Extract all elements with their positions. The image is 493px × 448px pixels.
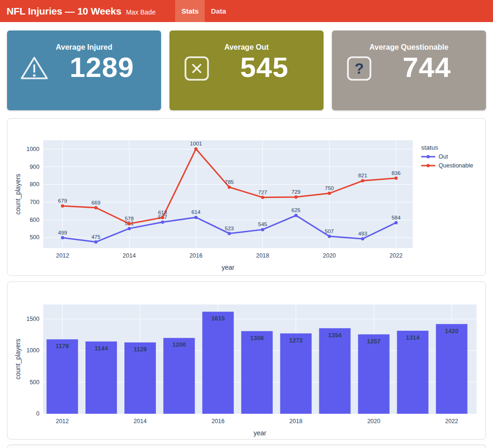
svg-text:1615: 1615 <box>211 315 225 322</box>
svg-text:year: year <box>222 264 235 271</box>
svg-text:2018: 2018 <box>256 252 269 259</box>
card-body: ? 744 <box>332 53 486 84</box>
svg-text:1200: 1200 <box>172 341 186 348</box>
card-title: Average Out <box>169 30 324 52</box>
svg-text:800: 800 <box>30 181 39 188</box>
svg-text:2022: 2022 <box>445 418 458 425</box>
svg-text:729: 729 <box>292 189 300 195</box>
svg-text:count_players: count_players <box>14 339 22 380</box>
card-value: 545 <box>212 51 324 84</box>
svg-text:669: 669 <box>92 200 100 205</box>
svg-text:0: 0 <box>36 410 39 417</box>
title-wrap: NFL Injuries — 10 Weeks Max Bade <box>7 6 155 17</box>
svg-text:Out: Out <box>439 153 448 160</box>
question-square-icon: ? <box>344 53 374 84</box>
tab-data[interactable]: Data <box>205 0 232 22</box>
svg-text:475: 475 <box>92 234 100 240</box>
bar-chart-panel: 201220142016201820202022050010001500year… <box>7 281 486 440</box>
svg-text:1178: 1178 <box>56 342 69 349</box>
stat-card-questionable: Average Questionable ? 744 <box>332 30 486 110</box>
svg-text:year: year <box>254 429 267 437</box>
warning-triangle-icon <box>19 53 49 84</box>
svg-text:1257: 1257 <box>367 338 381 345</box>
svg-text:2012: 2012 <box>56 252 69 259</box>
svg-text:2022: 2022 <box>390 252 403 259</box>
svg-text:493: 493 <box>358 231 367 236</box>
svg-text:750: 750 <box>325 185 334 191</box>
bar-chart[interactable]: 201220142016201820202022050010001500year… <box>8 282 485 439</box>
line-chart-panel: 2012201420162018202020225006007008009001… <box>7 118 486 276</box>
card-body: 545 <box>169 53 324 84</box>
line-chart[interactable]: 2012201420162018202020225006007008009001… <box>8 119 485 275</box>
card-title: Average Injured <box>7 30 161 52</box>
svg-text:545: 545 <box>258 221 267 227</box>
svg-text:1420: 1420 <box>445 327 458 334</box>
stat-card-injured: Average Injured 1289 <box>7 30 161 110</box>
svg-text:2016: 2016 <box>189 252 202 259</box>
svg-text:836: 836 <box>392 170 401 176</box>
svg-text:600: 600 <box>30 217 39 223</box>
card-body: 1289 <box>7 53 161 84</box>
svg-text:613: 613 <box>158 210 167 215</box>
svg-text:679: 679 <box>58 198 67 204</box>
svg-text:507: 507 <box>325 228 334 234</box>
svg-text:614: 614 <box>192 209 201 215</box>
next-panel-stub <box>7 445 486 448</box>
svg-text:584: 584 <box>392 215 401 220</box>
card-value: 1289 <box>49 51 161 84</box>
svg-text:1308: 1308 <box>250 334 264 342</box>
svg-text:900: 900 <box>30 164 39 170</box>
app-header: NFL Injuries — 10 Weeks Max Bade Stats D… <box>0 0 493 22</box>
svg-text:status: status <box>421 144 438 151</box>
svg-text:1314: 1314 <box>406 334 420 341</box>
svg-text:2018: 2018 <box>289 418 302 425</box>
svg-text:625: 625 <box>292 207 300 213</box>
svg-text:500: 500 <box>30 379 39 386</box>
svg-text:1354: 1354 <box>328 332 342 339</box>
tab-stats[interactable]: Stats <box>175 0 205 22</box>
svg-text:2012: 2012 <box>56 418 69 425</box>
svg-text:578: 578 <box>125 216 134 221</box>
svg-text:1272: 1272 <box>289 337 303 344</box>
svg-text:1000: 1000 <box>26 146 39 152</box>
svg-text:2014: 2014 <box>134 418 147 425</box>
card-value: 744 <box>374 51 486 84</box>
svg-text:2016: 2016 <box>211 418 224 425</box>
svg-text:2020: 2020 <box>367 418 380 425</box>
card-title: Average Questionable <box>332 30 486 52</box>
page-title: NFL Injuries — 10 Weeks <box>7 6 121 17</box>
stat-card-out: Average Out 545 <box>169 30 324 110</box>
svg-text:2014: 2014 <box>123 252 136 259</box>
svg-text:785: 785 <box>225 179 234 185</box>
svg-text:1500: 1500 <box>26 316 39 322</box>
svg-text:2020: 2020 <box>323 252 336 259</box>
tab-bar: Stats Data <box>175 0 232 22</box>
page-subtitle: Max Bade <box>126 8 155 16</box>
svg-text:523: 523 <box>225 226 234 231</box>
svg-text:1001: 1001 <box>190 141 202 146</box>
svg-text:?: ? <box>354 60 364 77</box>
svg-text:727: 727 <box>258 190 267 195</box>
svg-text:500: 500 <box>30 234 39 241</box>
svg-text:1000: 1000 <box>26 347 39 354</box>
svg-text:821: 821 <box>358 173 367 178</box>
svg-text:700: 700 <box>30 199 39 205</box>
svg-text:1144: 1144 <box>94 345 108 352</box>
svg-text:499: 499 <box>58 230 67 235</box>
stat-card-row: Average Injured 1289 Average Out 545 Ave… <box>0 22 493 110</box>
x-square-icon <box>182 53 212 84</box>
svg-text:count_players: count_players <box>14 174 22 214</box>
svg-text:Questionable: Questionable <box>439 162 473 169</box>
svg-text:1129: 1129 <box>133 346 146 353</box>
